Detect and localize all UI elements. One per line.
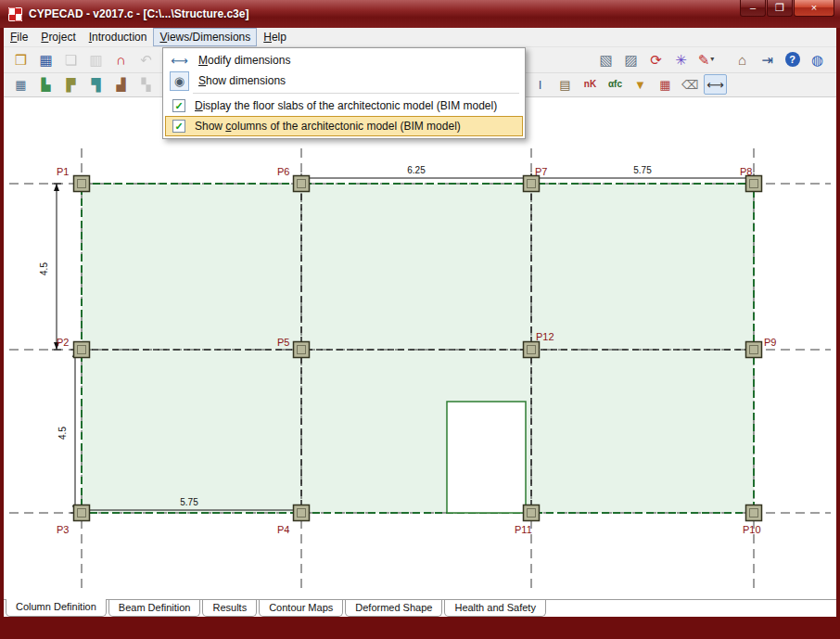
column-p2[interactable] bbox=[74, 342, 90, 358]
menu-help[interactable]: Help bbox=[257, 28, 293, 46]
column-label-p11: P11 bbox=[515, 524, 532, 535]
insert-column-icon[interactable]: ▙ bbox=[34, 74, 57, 95]
menu-project[interactable]: Project bbox=[34, 28, 82, 46]
column-p4[interactable] bbox=[294, 505, 310, 521]
menu-item-show-dimensions[interactable]: ◉Show dimensions bbox=[165, 70, 523, 91]
column-p10[interactable] bbox=[746, 505, 762, 521]
column-label-p6: P6 bbox=[277, 166, 289, 177]
title-bar[interactable]: CYPECAD - v2017.c - [C:\...\Structure.c3… bbox=[0, 0, 840, 28]
menu-item-label: Show dimensions bbox=[198, 74, 286, 87]
menu-views-dimensions[interactable]: Views/Dimensions bbox=[153, 28, 257, 46]
dimension-value: 6.25 bbox=[407, 165, 426, 175]
column-label-p10: P10 bbox=[743, 524, 761, 535]
column-p6[interactable] bbox=[294, 176, 310, 192]
column-label-p8: P8 bbox=[740, 166, 752, 177]
wall-icon[interactable]: ▤ bbox=[554, 74, 577, 95]
mesh-icon[interactable]: ▦ bbox=[654, 74, 677, 95]
drawing-canvas[interactable]: 6.255.754.54.55.75P1P6P7P8P2P5P12P9P3P4P… bbox=[4, 97, 836, 599]
column-p3[interactable] bbox=[74, 505, 90, 521]
dimension-value: 5.75 bbox=[180, 497, 198, 507]
sweep-icon[interactable]: ⌫ bbox=[679, 74, 702, 95]
menu-bar: FileProjectIntroductionViews/DimensionsH… bbox=[4, 28, 836, 47]
minimize-button[interactable]: – bbox=[740, 0, 766, 17]
help-icon[interactable]: ? bbox=[781, 48, 804, 70]
checkbox-icon[interactable]: ✓ bbox=[172, 120, 185, 133]
redraw-icon[interactable]: ⟳ bbox=[644, 48, 668, 70]
tab-contour-maps[interactable]: Contour Maps bbox=[259, 600, 343, 617]
tab-results[interactable]: Results bbox=[202, 600, 257, 617]
column-span-icon[interactable]: ▟ bbox=[109, 74, 133, 95]
checkbox-icon[interactable]: ✓ bbox=[172, 99, 185, 112]
menu-item-label: Show columns of the architectonic model … bbox=[195, 120, 461, 133]
dimension-value: 4.5 bbox=[39, 262, 49, 275]
column-label-p12: P12 bbox=[536, 331, 554, 342]
dimension-value: 5.75 bbox=[633, 165, 652, 175]
plan-view-icon[interactable]: ▦ bbox=[9, 74, 32, 95]
fix-column-icon: ▚ bbox=[134, 74, 158, 95]
column-p9[interactable] bbox=[746, 342, 762, 358]
export-icon: ▥ bbox=[84, 48, 108, 70]
menu-introduction[interactable]: Introduction bbox=[83, 28, 154, 46]
tab-deformed-shape[interactable]: Deformed Shape bbox=[345, 600, 442, 617]
3d-model-icon[interactable]: ▨ bbox=[619, 48, 643, 70]
toolbar-main-left-group: ❒▦❏▥∩↶ bbox=[9, 48, 158, 70]
3d-view-icon[interactable]: ▧ bbox=[594, 48, 617, 70]
menu-item-label: Display the floor slabs of the architect… bbox=[195, 99, 497, 112]
window-title: CYPECAD - v2017.c - [C:\...\Structure.c3… bbox=[29, 7, 248, 20]
dimension-annotation: 6.25 bbox=[301, 165, 531, 183]
alpha-fc-icon[interactable]: αfc bbox=[604, 74, 627, 95]
building-views-icon[interactable]: ⌂ bbox=[731, 48, 754, 70]
object-snap-icon[interactable]: ✳ bbox=[669, 48, 693, 70]
floor-slab[interactable] bbox=[82, 184, 754, 513]
column-p7[interactable] bbox=[524, 176, 540, 192]
save-icon[interactable]: ▦ bbox=[34, 48, 57, 70]
toolbar-secondary-left-group: ▦▙▛▜▟▚ bbox=[9, 74, 158, 95]
menu-item-label: Modify dimensions bbox=[198, 54, 290, 67]
edit-column-icon[interactable]: ▛ bbox=[59, 74, 83, 95]
column-p8[interactable] bbox=[746, 176, 762, 192]
column-p12[interactable] bbox=[524, 342, 540, 358]
restore-button[interactable]: ❐ bbox=[767, 0, 793, 17]
views-dimensions-menu: ⟷Modify dimensions◉Show dimensions✓Displ… bbox=[162, 47, 526, 139]
menu-file[interactable]: File bbox=[4, 28, 34, 46]
loads-icon[interactable]: ▼ bbox=[629, 74, 652, 95]
menu-separator bbox=[193, 93, 519, 94]
show-dimensions-icon: ◉ bbox=[170, 71, 189, 91]
toolbar-main-right-group: ▧▨⟳✳✎▾⌂⇥?◍ bbox=[594, 48, 829, 70]
tab-health-and-safety[interactable]: Health and Safety bbox=[444, 600, 545, 617]
dimension-value: 4.5 bbox=[57, 427, 68, 440]
plan-drawing[interactable]: 6.255.754.54.55.75P1P6P7P8P2P5P12P9P3P4P… bbox=[4, 97, 836, 599]
exit-icon[interactable]: ⇥ bbox=[756, 48, 779, 70]
menu-item-modify-dimensions[interactable]: ⟷Modify dimensions bbox=[165, 50, 523, 70]
column-label-p9: P9 bbox=[764, 337, 776, 348]
dimensions-tool-icon[interactable]: ⟷ bbox=[704, 74, 727, 95]
buckling-icon[interactable]: nK bbox=[579, 74, 602, 95]
modify-dimensions-icon: ⟷ bbox=[170, 51, 189, 70]
column-label-p1: P1 bbox=[57, 166, 69, 177]
column-label-p7: P7 bbox=[535, 166, 547, 177]
beam-definition-icon[interactable]: I bbox=[528, 74, 552, 95]
slab-opening[interactable] bbox=[447, 402, 526, 513]
column-label-p5: P5 bbox=[277, 337, 289, 348]
tab-beam-definition[interactable]: Beam Definition bbox=[108, 600, 201, 617]
open-icon[interactable]: ❒ bbox=[9, 48, 32, 70]
web-globe-icon[interactable]: ◍ bbox=[806, 48, 829, 70]
app-icon bbox=[8, 7, 22, 21]
snap-magnet-icon[interactable]: ∩ bbox=[109, 48, 133, 70]
menu-item-display-the-floor-slabs-of-the-architectonic-model-bim-model[interactable]: ✓Display the floor slabs of the architec… bbox=[165, 96, 523, 116]
print-icon: ❏ bbox=[59, 48, 83, 70]
move-column-icon[interactable]: ▜ bbox=[84, 74, 108, 95]
toolbar-secondary-right-group: I▤nKαfc▼▦⌫⟷ bbox=[528, 74, 727, 95]
column-label-p2: P2 bbox=[57, 337, 69, 348]
tab-column-definition[interactable]: Column Definition bbox=[6, 599, 107, 617]
menu-item-show-columns-of-the-architectonic-model-bim-model[interactable]: ✓Show columns of the architectonic model… bbox=[165, 116, 523, 136]
close-button[interactable]: × bbox=[794, 0, 834, 17]
window-controls: –❐× bbox=[740, 0, 834, 17]
edit-drawings-icon[interactable]: ✎▾ bbox=[694, 48, 718, 70]
view-tabs: Column DefinitionBeam DefinitionResultsC… bbox=[4, 599, 836, 617]
column-p5[interactable] bbox=[294, 342, 310, 358]
column-p11[interactable] bbox=[524, 505, 540, 521]
column-label-p4: P4 bbox=[277, 524, 289, 535]
dimension-annotation: 4.5 bbox=[39, 184, 61, 350]
column-p1[interactable] bbox=[74, 176, 90, 192]
